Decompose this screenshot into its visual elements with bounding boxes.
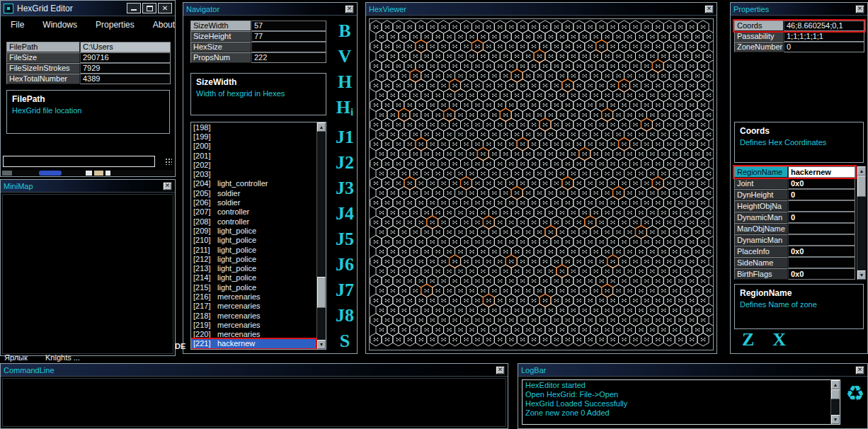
logbar-titlebar[interactable]: LogBar	[518, 364, 867, 377]
tool-letter-b[interactable]: B	[338, 18, 350, 44]
list-item[interactable]: [199]	[191, 132, 316, 141]
list-item[interactable]: [211]light_police	[191, 245, 316, 254]
property-row[interactable]: ManObjName	[734, 223, 855, 234]
tool-letter-j4[interactable]: J4	[336, 201, 354, 227]
maximize-button[interactable]	[142, 3, 156, 13]
taskbar-item[interactable]: Ярлык	[4, 353, 28, 362]
table-row[interactable]: FilePathC:\Users	[6, 42, 171, 52]
table-row[interactable]: PropsNum222	[190, 52, 326, 63]
minimap-titlebar[interactable]: MiniMap	[1, 180, 175, 193]
taskbar-item[interactable]: Knights ...	[45, 353, 80, 362]
list-item[interactable]: [210]light_police	[191, 236, 316, 245]
list-item[interactable]: [218]mercenaries	[191, 311, 316, 320]
tool-letter-z[interactable]: Z	[742, 327, 754, 353]
list-item[interactable]: [207]controller	[191, 207, 316, 217]
menu-about[interactable]: About	[153, 20, 175, 30]
scrollbar-thumb[interactable]	[857, 176, 866, 197]
table-row[interactable]: ZoneNumber0	[734, 42, 864, 52]
scroll-down-icon[interactable]: ▼	[831, 415, 840, 424]
commandline-close-icon[interactable]	[496, 366, 505, 374]
tool-letter-x[interactable]: X	[772, 327, 786, 353]
properties-titlebar[interactable]: Properties	[731, 3, 867, 16]
minimap-close-icon[interactable]	[163, 182, 172, 190]
scroll-down-icon[interactable]: ▼	[317, 340, 326, 349]
table-row[interactable]: Passability1;1;1;1;1;1	[734, 31, 864, 42]
property-row[interactable]: PlaceInfo0x0	[734, 246, 855, 257]
list-item[interactable]: [220]mercenaries	[191, 330, 316, 339]
hexgrid-canvas[interactable]	[369, 18, 714, 350]
navigator-close-icon[interactable]	[345, 5, 354, 13]
tool-letter-j7[interactable]: J7	[336, 278, 354, 303]
list-item[interactable]: [209]light_police	[191, 226, 316, 235]
scrollbar-thumb[interactable]	[831, 389, 840, 399]
list-item[interactable]: [215]light_police	[191, 282, 316, 292]
list-item[interactable]: [201]	[191, 151, 316, 160]
property-row[interactable]: Joint0x0	[734, 178, 855, 189]
table-row[interactable]: SizeWidth57	[190, 21, 326, 31]
close-button[interactable]: ✕	[158, 3, 172, 13]
list-item[interactable]: [212]light_police	[191, 254, 316, 263]
main-titlebar[interactable]: HexGrid Editor ✕	[1, 1, 175, 16]
list-item[interactable]: [219]mercenaries	[191, 320, 316, 329]
table-row[interactable]: HexSize	[190, 42, 326, 52]
properties-scrollbar[interactable]: ▲ ▼	[857, 166, 866, 280]
properties-close-icon[interactable]	[855, 5, 864, 13]
logbar-close-icon[interactable]	[855, 366, 864, 374]
list-item[interactable]: [208]controller	[191, 217, 316, 226]
property-row[interactable]: SideName	[734, 257, 855, 268]
commandline-input-area[interactable]	[2, 378, 506, 427]
scroll-down-icon[interactable]: ▼	[857, 270, 866, 280]
command-input[interactable]	[3, 156, 155, 167]
scrollbar-thumb[interactable]	[317, 277, 326, 308]
menu-properties[interactable]: Properties	[96, 20, 135, 30]
tool-letter-j2[interactable]: J2	[336, 150, 354, 176]
table-row[interactable]: Coords46;8.660254;0,1	[734, 21, 864, 31]
tool-letter-j6[interactable]: J6	[336, 252, 354, 278]
scroll-up-icon[interactable]: ▲	[831, 380, 840, 389]
table-row[interactable]: HexTotalNumber4389	[6, 74, 171, 84]
tool-letter-hi[interactable]: Hi	[336, 95, 353, 125]
property-row[interactable]: HeightObjNa	[734, 200, 855, 212]
property-row[interactable]: DynHeight0	[734, 189, 855, 200]
list-item[interactable]: [206]soldier	[191, 198, 316, 207]
resize-grip[interactable]	[165, 158, 172, 165]
minimap-canvas[interactable]	[2, 194, 173, 354]
list-item[interactable]: [198]	[191, 122, 316, 132]
property-row[interactable]: DynamicMan0	[734, 212, 855, 223]
tool-letter-j8[interactable]: J8	[336, 303, 354, 328]
property-row[interactable]: BirthFlags0x0	[734, 268, 855, 280]
tool-letter-j1[interactable]: J1	[336, 125, 354, 150]
tool-letter-h[interactable]: H	[338, 69, 352, 95]
list-item[interactable]: [214]light_police	[191, 273, 316, 282]
list-item[interactable]: [205]soldier	[191, 188, 316, 198]
tool-letter-s[interactable]: S	[340, 328, 350, 354]
property-row[interactable]: RegionNamehackernew	[734, 166, 855, 178]
hexviewer-close-icon[interactable]	[704, 5, 714, 13]
tool-letter-j5[interactable]: J5	[336, 227, 354, 252]
menu-file[interactable]: File	[11, 20, 24, 30]
list-item[interactable]: [203]	[191, 169, 316, 178]
list-item[interactable]: [216]mercenaries	[191, 292, 316, 301]
list-item[interactable]: [217]mercenaries	[191, 302, 316, 311]
list-item[interactable]: [200]	[191, 142, 316, 151]
property-value[interactable]: hackernew	[788, 166, 855, 178]
table-row[interactable]: FileSizeInStrokes7929	[6, 63, 171, 74]
list-item[interactable]: [213]light_police	[191, 263, 316, 273]
table-row[interactable]: SizeHeight77	[190, 31, 326, 42]
table-row[interactable]: FileSize290716	[6, 52, 171, 63]
commandline-titlebar[interactable]: CommandLine	[1, 364, 508, 377]
tool-letter-v[interactable]: V	[338, 44, 352, 69]
navigator-titlebar[interactable]: Navigator	[183, 3, 357, 16]
menu-windows[interactable]: Windows	[42, 20, 77, 30]
property-row[interactable]: DynamicMan	[734, 234, 855, 246]
zone-list-scrollbar[interactable]: ▲ ▼	[316, 122, 326, 349]
minimize-button[interactable]	[127, 3, 141, 13]
recycle-icon[interactable]: ♻︎	[844, 381, 867, 406]
list-item[interactable]: [204]light_controller	[191, 179, 316, 188]
scroll-up-icon[interactable]: ▲	[317, 122, 326, 132]
log-scrollbar[interactable]: ▲ ▼	[830, 380, 840, 424]
list-item[interactable]: [221]hackernew	[191, 339, 316, 348]
hexviewer-titlebar[interactable]: HexViewer	[366, 3, 716, 16]
tool-letter-j3[interactable]: J3	[336, 176, 354, 201]
scroll-up-icon[interactable]: ▲	[857, 166, 866, 176]
